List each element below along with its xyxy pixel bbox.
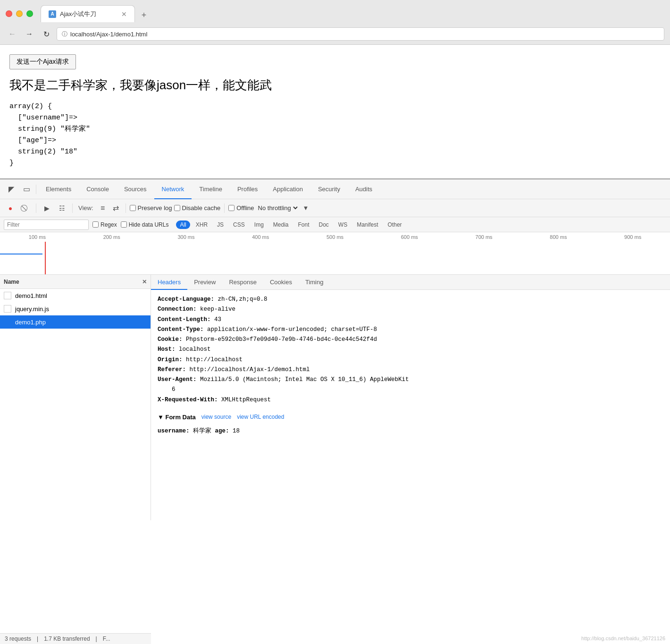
regex-checkbox[interactable]: Regex	[92, 221, 117, 228]
tab-favicon: A	[49, 10, 56, 18]
preserve-log-checkbox[interactable]: Preserve log	[130, 204, 172, 212]
timeline-label-400: 400 ms	[223, 234, 298, 240]
tab-close-button[interactable]: ✕	[121, 10, 127, 18]
active-tab[interactable]: A Ajax小试牛刀 ✕	[41, 5, 135, 22]
file-item-demo1php[interactable]: demo1.php	[0, 315, 151, 329]
filter-type-buttons: All XHR JS CSS Img Media Font Doc WS Man…	[176, 220, 405, 229]
filter-bar: Regex Hide data URLs All XHR JS CSS Img …	[0, 217, 670, 232]
detail-tab-response[interactable]: Response	[222, 275, 263, 290]
address-text: localhost/Ajax-1/demo1.html	[70, 31, 147, 38]
throttle-dropdown-icon[interactable]: ▼	[303, 204, 309, 212]
tab-security[interactable]: Security	[310, 179, 348, 199]
timeline-area: 100 ms 200 ms 300 ms 400 ms 500 ms 600 m…	[0, 232, 670, 275]
detail-tab-headers[interactable]: Headers	[151, 275, 187, 290]
new-tab-button[interactable]: +	[137, 8, 151, 22]
timeline-label-700: 700 ms	[447, 234, 521, 240]
filter-btn-manifest[interactable]: Manifest	[353, 220, 382, 229]
tab-profiles[interactable]: Profiles	[230, 179, 265, 199]
tab-network[interactable]: Network	[154, 179, 192, 199]
preserve-log-input[interactable]	[130, 205, 136, 211]
inspect-element-icon[interactable]: ◤	[4, 182, 19, 197]
view-url-encoded-link[interactable]: view URL encoded	[237, 414, 284, 420]
record-button[interactable]: ●	[4, 202, 17, 215]
filter-btn-font[interactable]: Font	[294, 220, 313, 229]
detail-tabs: Headers Preview Response Cookies Timing	[151, 275, 670, 290]
file-item-jqueryminjs[interactable]: jquery.min.js	[0, 302, 151, 315]
timeline-labels: 100 ms 200 ms 300 ms 400 ms 500 ms 600 m…	[0, 232, 670, 240]
clear-button[interactable]: ⃠	[19, 202, 32, 215]
file-name-jqueryminjs: jquery.min.js	[15, 305, 49, 313]
detail-tab-preview[interactable]: Preview	[187, 275, 222, 290]
header-connection: Connection: keep-alive	[158, 305, 663, 314]
filter-btn-other[interactable]: Other	[384, 220, 406, 229]
view-waterfall-button[interactable]: ⇄	[110, 203, 122, 214]
tab-console[interactable]: Console	[79, 179, 117, 199]
toolbar-separator-2	[72, 203, 73, 213]
timeline-label-500: 500 ms	[298, 234, 372, 240]
timeline-marker	[45, 242, 46, 275]
detail-tab-timing[interactable]: Timing	[299, 275, 330, 290]
page-content: 发送一个Ajax请求 我不是二手科学家，我要像jason一样，能文能武 arra…	[0, 45, 670, 178]
form-data-username: username: 科学家	[158, 428, 211, 434]
ajax-request-button[interactable]: 发送一个Ajax请求	[9, 54, 76, 69]
view-list-button[interactable]: ≡	[97, 203, 109, 214]
filter-btn-img[interactable]: Img	[251, 220, 268, 229]
filter-btn-all[interactable]: All	[176, 220, 190, 229]
header-cookie: Cookie: Phpstorm-e592c0b3=f7e09d40-7e9b-…	[158, 335, 663, 345]
timeline-label-100: 100 ms	[0, 234, 75, 240]
header-x-requested-with: X-Requested-With: XMLHttpRequest	[158, 395, 663, 405]
maximize-button[interactable]	[26, 10, 33, 17]
address-input[interactable]: ⓘ localhost/Ajax-1/demo1.html	[57, 27, 664, 41]
view-label: View:	[78, 204, 93, 212]
timeline-label-900: 900 ms	[595, 234, 670, 240]
filter-btn-js[interactable]: JS	[213, 220, 227, 229]
filter-btn-xhr[interactable]: XHR	[192, 220, 211, 229]
device-mode-icon[interactable]: ▭	[19, 182, 34, 197]
filter-input[interactable]	[4, 220, 89, 230]
timeline-label-300: 300 ms	[149, 234, 224, 240]
toolbar-separator-1	[36, 203, 36, 213]
filter-btn-ws[interactable]: WS	[335, 220, 351, 229]
back-button[interactable]: ←	[6, 27, 19, 41]
filter-btn-media[interactable]: Media	[269, 220, 293, 229]
timeline-label-600: 600 ms	[372, 234, 447, 240]
tab-timeline[interactable]: Timeline	[192, 179, 230, 199]
detail-tab-cookies[interactable]: Cookies	[263, 275, 299, 290]
file-name-demo1html: demo1.html	[15, 292, 47, 299]
tab-application[interactable]: Application	[265, 179, 310, 199]
file-name-demo1php: demo1.php	[15, 319, 46, 326]
tab-label: Ajax小试牛刀	[60, 10, 96, 18]
view-source-link[interactable]: view source	[201, 414, 231, 420]
file-list: Name ✕ demo1.html jquery.min.js demo1.ph…	[0, 275, 151, 520]
filter-button[interactable]: ☷	[55, 202, 68, 215]
filter-btn-css[interactable]: CSS	[229, 220, 249, 229]
offline-checkbox[interactable]: Offline	[228, 204, 254, 212]
form-data-label: ▼ Form Data	[158, 414, 196, 421]
minimize-button[interactable]	[16, 10, 23, 17]
refresh-button[interactable]: ↻	[40, 27, 53, 41]
tab-audits[interactable]: Audits	[348, 179, 380, 199]
name-column-header: Name	[4, 279, 19, 285]
detail-close-button[interactable]: ✕	[142, 279, 147, 285]
timeline-blue-line	[0, 254, 42, 254]
forward-button[interactable]: →	[23, 27, 36, 41]
form-data-rows: username: 科学家 age: 18	[151, 424, 670, 438]
capture-screenshots-button[interactable]: ▶	[40, 202, 53, 215]
timeline-label-800: 800 ms	[521, 234, 595, 240]
hide-data-urls-input[interactable]	[121, 221, 127, 228]
regex-input[interactable]	[92, 221, 99, 228]
header-host: Host: localhost	[158, 345, 663, 355]
offline-input[interactable]	[228, 205, 234, 211]
tab-sources[interactable]: Sources	[117, 179, 154, 199]
toolbar-separator-3	[126, 203, 126, 213]
close-button[interactable]	[6, 10, 12, 17]
hide-data-urls-checkbox[interactable]: Hide data URLs	[121, 221, 169, 228]
disable-cache-checkbox[interactable]: Disable cache	[174, 204, 221, 212]
disable-cache-input[interactable]	[174, 205, 180, 211]
filter-btn-doc[interactable]: Doc	[315, 220, 333, 229]
throttle-select[interactable]: No throttling	[256, 204, 299, 212]
file-item-demo1html[interactable]: demo1.html	[0, 289, 151, 302]
header-user-agent: User-Agent: Mozilla/5.0 (Macintosh; Inte…	[158, 375, 663, 395]
header-accept-language: Accept-Language: zh-CN,zh;q=0.8	[158, 295, 663, 305]
tab-elements[interactable]: Elements	[38, 179, 79, 199]
